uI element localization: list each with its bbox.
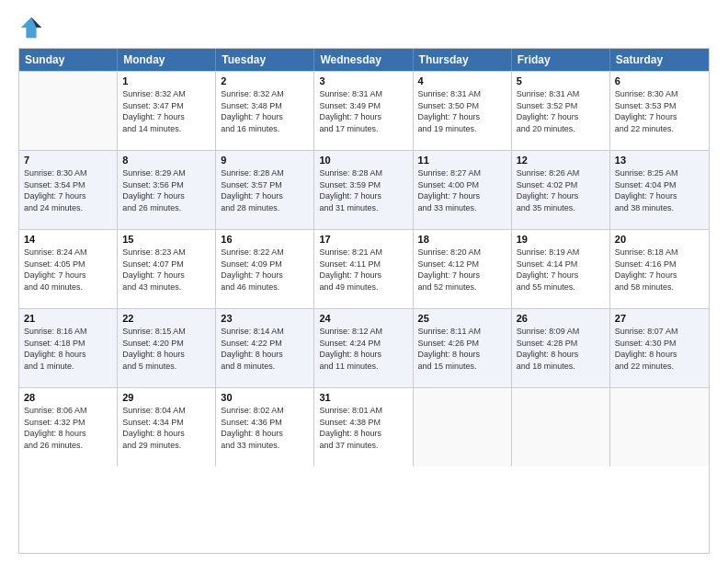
calendar-cell: 10Sunrise: 8:28 AM Sunset: 3:59 PM Dayli…	[314, 151, 413, 229]
calendar-header: SundayMondayTuesdayWednesdayThursdayFrid…	[19, 49, 709, 71]
cell-info: Sunrise: 8:23 AM Sunset: 4:07 PM Dayligh…	[122, 247, 210, 293]
logo-icon	[18, 15, 44, 40]
day-number: 18	[418, 234, 506, 245]
cell-info: Sunrise: 8:20 AM Sunset: 4:12 PM Dayligh…	[418, 247, 506, 293]
day-number: 30	[221, 392, 309, 403]
cell-info: Sunrise: 8:07 AM Sunset: 4:30 PM Dayligh…	[615, 326, 704, 372]
cell-info: Sunrise: 8:16 AM Sunset: 4:18 PM Dayligh…	[24, 326, 112, 372]
header-day-monday: Monday	[118, 49, 216, 71]
logo	[18, 15, 48, 40]
day-number: 17	[319, 234, 407, 245]
calendar-cell: 2Sunrise: 8:32 AM Sunset: 3:48 PM Daylig…	[216, 72, 314, 150]
calendar-cell	[610, 388, 709, 466]
day-number: 24	[319, 313, 407, 324]
cell-info: Sunrise: 8:30 AM Sunset: 3:54 PM Dayligh…	[24, 167, 112, 213]
header-day-friday: Friday	[512, 49, 610, 71]
page: SundayMondayTuesdayWednesdayThursdayFrid…	[0, 0, 728, 563]
calendar-cell: 20Sunrise: 8:18 AM Sunset: 4:16 PM Dayli…	[610, 230, 709, 308]
calendar-body: 1Sunrise: 8:32 AM Sunset: 3:47 PM Daylig…	[19, 71, 709, 466]
day-number: 1	[122, 75, 210, 86]
calendar-cell: 30Sunrise: 8:02 AM Sunset: 4:36 PM Dayli…	[216, 388, 314, 466]
cell-info: Sunrise: 8:28 AM Sunset: 3:59 PM Dayligh…	[319, 167, 407, 213]
calendar-cell: 12Sunrise: 8:26 AM Sunset: 4:02 PM Dayli…	[512, 151, 610, 229]
calendar-cell: 11Sunrise: 8:27 AM Sunset: 4:00 PM Dayli…	[414, 151, 512, 229]
day-number: 4	[418, 75, 506, 86]
cell-info: Sunrise: 8:28 AM Sunset: 3:57 PM Dayligh…	[221, 167, 309, 213]
calendar-cell: 6Sunrise: 8:30 AM Sunset: 3:53 PM Daylig…	[610, 72, 709, 150]
cell-info: Sunrise: 8:22 AM Sunset: 4:09 PM Dayligh…	[221, 247, 309, 293]
calendar-cell: 15Sunrise: 8:23 AM Sunset: 4:07 PM Dayli…	[118, 230, 216, 308]
day-number: 11	[418, 155, 506, 166]
day-number: 14	[24, 234, 112, 245]
calendar-cell: 24Sunrise: 8:12 AM Sunset: 4:24 PM Dayli…	[314, 309, 413, 387]
day-number: 9	[221, 155, 309, 166]
cell-info: Sunrise: 8:14 AM Sunset: 4:22 PM Dayligh…	[221, 326, 309, 372]
calendar-cell: 13Sunrise: 8:25 AM Sunset: 4:04 PM Dayli…	[610, 151, 709, 229]
calendar-cell: 26Sunrise: 8:09 AM Sunset: 4:28 PM Dayli…	[512, 309, 610, 387]
cell-info: Sunrise: 8:31 AM Sunset: 3:52 PM Dayligh…	[517, 88, 605, 134]
cell-info: Sunrise: 8:30 AM Sunset: 3:53 PM Dayligh…	[615, 88, 704, 134]
day-number: 12	[517, 155, 605, 166]
header-day-wednesday: Wednesday	[314, 49, 413, 71]
day-number: 5	[517, 75, 605, 86]
cell-info: Sunrise: 8:32 AM Sunset: 3:48 PM Dayligh…	[221, 88, 309, 134]
cell-info: Sunrise: 8:11 AM Sunset: 4:26 PM Dayligh…	[418, 326, 506, 372]
calendar-cell: 22Sunrise: 8:15 AM Sunset: 4:20 PM Dayli…	[118, 309, 216, 387]
cell-info: Sunrise: 8:01 AM Sunset: 4:38 PM Dayligh…	[319, 405, 407, 451]
calendar-cell: 19Sunrise: 8:19 AM Sunset: 4:14 PM Dayli…	[512, 230, 610, 308]
day-number: 23	[221, 313, 309, 324]
day-number: 15	[122, 234, 210, 245]
day-number: 26	[517, 313, 605, 324]
cell-info: Sunrise: 8:31 AM Sunset: 3:49 PM Dayligh…	[319, 88, 407, 134]
day-number: 29	[122, 392, 210, 403]
cell-info: Sunrise: 8:26 AM Sunset: 4:02 PM Dayligh…	[517, 167, 605, 213]
calendar-cell	[512, 388, 610, 466]
day-number: 6	[615, 75, 704, 86]
day-number: 2	[221, 75, 309, 86]
cell-info: Sunrise: 8:06 AM Sunset: 4:32 PM Dayligh…	[24, 405, 112, 451]
header	[18, 15, 710, 40]
header-day-saturday: Saturday	[610, 49, 709, 71]
cell-info: Sunrise: 8:12 AM Sunset: 4:24 PM Dayligh…	[319, 326, 407, 372]
day-number: 13	[615, 155, 704, 166]
day-number: 16	[221, 234, 309, 245]
cell-info: Sunrise: 8:31 AM Sunset: 3:50 PM Dayligh…	[418, 88, 506, 134]
cell-info: Sunrise: 8:04 AM Sunset: 4:34 PM Dayligh…	[122, 405, 210, 451]
day-number: 27	[615, 313, 704, 324]
calendar-cell: 14Sunrise: 8:24 AM Sunset: 4:05 PM Dayli…	[19, 230, 118, 308]
calendar-cell: 7Sunrise: 8:30 AM Sunset: 3:54 PM Daylig…	[19, 151, 118, 229]
calendar-row-1: 1Sunrise: 8:32 AM Sunset: 3:47 PM Daylig…	[19, 71, 709, 150]
calendar-cell: 8Sunrise: 8:29 AM Sunset: 3:56 PM Daylig…	[118, 151, 216, 229]
cell-info: Sunrise: 8:09 AM Sunset: 4:28 PM Dayligh…	[517, 326, 605, 372]
calendar-cell: 21Sunrise: 8:16 AM Sunset: 4:18 PM Dayli…	[19, 309, 118, 387]
calendar-row-3: 14Sunrise: 8:24 AM Sunset: 4:05 PM Dayli…	[19, 229, 709, 308]
cell-info: Sunrise: 8:29 AM Sunset: 3:56 PM Dayligh…	[122, 167, 210, 213]
calendar-cell: 4Sunrise: 8:31 AM Sunset: 3:50 PM Daylig…	[414, 72, 512, 150]
header-day-sunday: Sunday	[19, 49, 118, 71]
calendar-cell: 29Sunrise: 8:04 AM Sunset: 4:34 PM Dayli…	[118, 388, 216, 466]
cell-info: Sunrise: 8:15 AM Sunset: 4:20 PM Dayligh…	[122, 326, 210, 372]
calendar-cell: 31Sunrise: 8:01 AM Sunset: 4:38 PM Dayli…	[314, 388, 413, 466]
calendar-cell: 16Sunrise: 8:22 AM Sunset: 4:09 PM Dayli…	[216, 230, 314, 308]
calendar-cell: 17Sunrise: 8:21 AM Sunset: 4:11 PM Dayli…	[314, 230, 413, 308]
cell-info: Sunrise: 8:02 AM Sunset: 4:36 PM Dayligh…	[221, 405, 309, 451]
calendar-cell: 27Sunrise: 8:07 AM Sunset: 4:30 PM Dayli…	[610, 309, 709, 387]
calendar-cell: 28Sunrise: 8:06 AM Sunset: 4:32 PM Dayli…	[19, 388, 118, 466]
day-number: 8	[122, 155, 210, 166]
cell-info: Sunrise: 8:32 AM Sunset: 3:47 PM Dayligh…	[122, 88, 210, 134]
calendar-row-2: 7Sunrise: 8:30 AM Sunset: 3:54 PM Daylig…	[19, 150, 709, 229]
calendar-row-5: 28Sunrise: 8:06 AM Sunset: 4:32 PM Dayli…	[19, 387, 709, 466]
day-number: 25	[418, 313, 506, 324]
day-number: 21	[24, 313, 112, 324]
cell-info: Sunrise: 8:21 AM Sunset: 4:11 PM Dayligh…	[319, 247, 407, 293]
cell-info: Sunrise: 8:18 AM Sunset: 4:16 PM Dayligh…	[615, 247, 704, 293]
day-number: 22	[122, 313, 210, 324]
calendar-cell	[19, 72, 118, 150]
cell-info: Sunrise: 8:24 AM Sunset: 4:05 PM Dayligh…	[24, 247, 112, 293]
cell-info: Sunrise: 8:25 AM Sunset: 4:04 PM Dayligh…	[615, 167, 704, 213]
calendar-cell: 5Sunrise: 8:31 AM Sunset: 3:52 PM Daylig…	[512, 72, 610, 150]
day-number: 10	[319, 155, 407, 166]
day-number: 28	[24, 392, 112, 403]
day-number: 31	[319, 392, 407, 403]
day-number: 3	[319, 75, 407, 86]
